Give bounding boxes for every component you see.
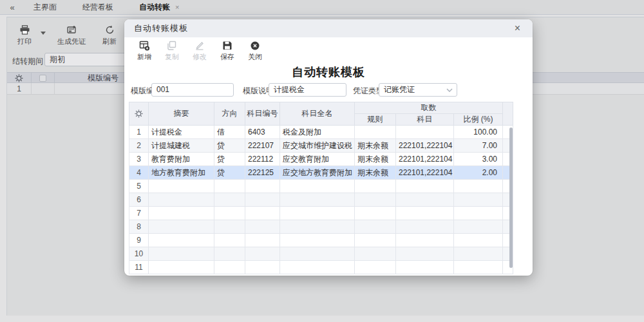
cell-account-name[interactable]: 应交教育附加 xyxy=(280,153,355,166)
cell-summary[interactable]: 地方教育费附加 xyxy=(149,166,214,180)
cell-direction[interactable] xyxy=(214,220,245,234)
cell-rule[interactable] xyxy=(355,126,396,139)
cell-no[interactable]: 11 xyxy=(129,261,149,274)
cell-account-name[interactable] xyxy=(280,180,355,193)
cell-summary[interactable] xyxy=(149,220,214,234)
cell-ratio[interactable] xyxy=(454,207,503,220)
cell-accounts[interactable]: 222101,222104 xyxy=(396,153,454,166)
cell-no[interactable]: 1 xyxy=(129,126,149,139)
cell-account-name[interactable] xyxy=(280,220,355,234)
tab-close-icon[interactable]: × xyxy=(175,3,179,11)
cell-account-no[interactable]: 222107 xyxy=(245,139,280,153)
cell-ratio[interactable]: 7.00 xyxy=(454,139,503,153)
cell-no[interactable]: 4 xyxy=(129,166,149,180)
cell-accounts[interactable]: 222101,222104 xyxy=(396,166,454,180)
cell-account-name[interactable]: 应交地方教育费附加 xyxy=(280,166,355,180)
dialog-close-icon[interactable]: × xyxy=(512,23,523,33)
cell-account-name[interactable] xyxy=(280,193,355,207)
cell-account-name[interactable]: 应交城市维护建设税 xyxy=(280,139,355,153)
cell-accounts[interactable] xyxy=(396,207,454,220)
collapse-sidebar-icon[interactable]: « xyxy=(4,3,21,12)
cell-rule[interactable] xyxy=(355,193,396,207)
cell-no[interactable]: 10 xyxy=(129,247,149,261)
cell-account-no[interactable]: 6403 xyxy=(245,126,280,139)
dialog-titlebar[interactable]: 自动转账模板 × xyxy=(124,19,533,37)
cell-no[interactable]: 5 xyxy=(129,180,149,193)
new-button[interactable]: 新增 xyxy=(132,40,156,66)
table-vertical-scrollbar[interactable] xyxy=(509,128,513,268)
cell-account-no[interactable] xyxy=(245,180,280,193)
cell-no[interactable]: 8 xyxy=(129,220,149,234)
cell-no[interactable]: 6 xyxy=(129,193,149,207)
cell-accounts[interactable] xyxy=(396,247,454,261)
cell-direction[interactable]: 借 xyxy=(214,126,245,139)
cell-rule[interactable] xyxy=(355,261,396,274)
select-all-checkbox[interactable] xyxy=(32,73,55,83)
cell-accounts[interactable] xyxy=(396,261,454,274)
cell-accounts[interactable] xyxy=(396,180,454,193)
edit-button[interactable]: 修改 xyxy=(187,40,212,66)
cell-account-name[interactable] xyxy=(280,247,355,261)
cell-direction[interactable] xyxy=(214,234,245,247)
cell-direction[interactable] xyxy=(214,193,245,207)
cell-account-no[interactable]: 222125 xyxy=(245,166,280,180)
tab-auto-transfer[interactable]: 自动转账× xyxy=(126,0,192,15)
cell-summary[interactable] xyxy=(149,247,214,261)
cell-direction[interactable] xyxy=(214,207,245,220)
cell-ratio[interactable] xyxy=(454,180,503,193)
cell-ratio[interactable]: 100.00 xyxy=(454,126,503,139)
cell-account-no[interactable] xyxy=(245,247,280,261)
cell-ratio[interactable] xyxy=(454,247,503,261)
table-settings-gear-icon[interactable] xyxy=(129,102,149,126)
cell-account-no[interactable] xyxy=(245,261,280,274)
cell-rule[interactable] xyxy=(355,234,396,247)
save-button[interactable]: 保存 xyxy=(215,40,240,66)
cell-account-name[interactable] xyxy=(280,234,355,247)
cell-summary[interactable] xyxy=(149,261,214,274)
cell-rule[interactable] xyxy=(355,207,396,220)
voucher-type-select[interactable]: 记账凭证 xyxy=(379,83,457,97)
cell-rule[interactable]: 期末余额 xyxy=(355,166,396,180)
cell-summary[interactable]: 计提城建税 xyxy=(149,139,214,153)
cell-account-no[interactable] xyxy=(245,220,280,234)
cell-ratio[interactable]: 2.00 xyxy=(454,166,503,180)
close-button[interactable]: 关闭 xyxy=(243,40,267,66)
cell-account-no[interactable] xyxy=(245,193,280,207)
print-dropdown-caret-icon[interactable] xyxy=(41,32,46,35)
cell-accounts[interactable] xyxy=(396,193,454,207)
cell-summary[interactable] xyxy=(149,234,214,247)
cell-rule[interactable]: 期末余额 xyxy=(355,153,396,166)
generate-voucher-button[interactable]: 生成凭证 xyxy=(52,24,91,46)
cell-accounts[interactable] xyxy=(396,220,454,234)
cell-no[interactable]: 2 xyxy=(129,139,149,153)
cell-account-name[interactable]: 税金及附加 xyxy=(280,126,355,139)
cell-rule[interactable] xyxy=(355,220,396,234)
cell-ratio[interactable] xyxy=(454,261,503,274)
cell-direction[interactable] xyxy=(214,180,245,193)
cell-ratio[interactable] xyxy=(454,193,503,207)
cell-account-name[interactable] xyxy=(280,261,355,274)
cell-account-name[interactable] xyxy=(280,207,355,220)
cell-ratio[interactable] xyxy=(454,234,503,247)
cell-account-no[interactable]: 222112 xyxy=(245,153,280,166)
cell-summary[interactable] xyxy=(149,180,214,193)
print-button[interactable]: 打印 xyxy=(12,24,37,46)
cell-no[interactable]: 3 xyxy=(129,153,149,166)
tab-business-dashboard[interactable]: 经营看板 xyxy=(70,0,126,15)
cell-no[interactable]: 7 xyxy=(129,207,149,220)
cell-rule[interactable]: 期末余额 xyxy=(355,139,396,153)
cell-summary[interactable]: 计提税金 xyxy=(149,126,214,139)
cell-ratio[interactable]: 3.00 xyxy=(454,153,503,166)
cell-direction[interactable] xyxy=(214,247,245,261)
cell-no[interactable]: 9 xyxy=(129,234,149,247)
cell-summary[interactable]: 教育费附加 xyxy=(149,153,214,166)
tab-main-screen[interactable]: 主界面 xyxy=(21,0,70,15)
refresh-button[interactable]: 刷新 xyxy=(97,24,122,46)
cell-rule[interactable] xyxy=(355,247,396,261)
cell-direction[interactable] xyxy=(214,261,245,274)
copy-button[interactable]: 复制 xyxy=(160,40,184,66)
template-no-input[interactable]: 001 xyxy=(151,83,234,97)
cell-direction[interactable]: 贷 xyxy=(214,153,245,166)
template-desc-input[interactable]: 计提税金 xyxy=(269,83,346,97)
cell-direction[interactable]: 贷 xyxy=(214,166,245,180)
